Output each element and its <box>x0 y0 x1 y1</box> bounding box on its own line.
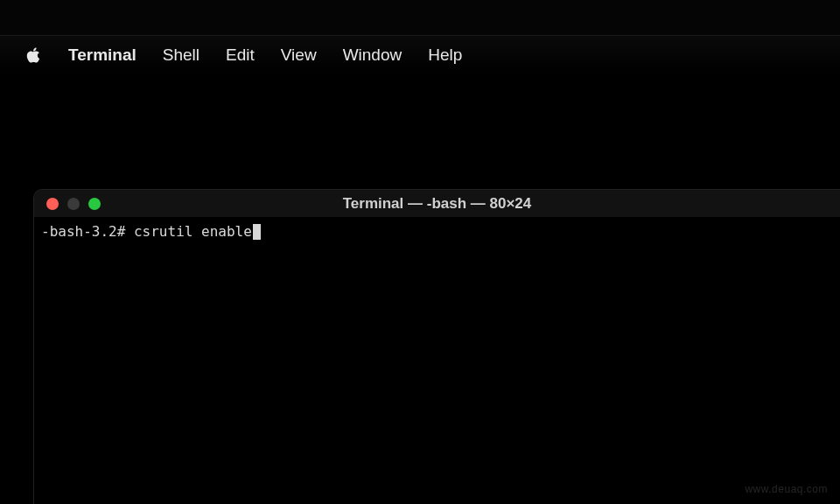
menu-view[interactable]: View <box>281 46 317 65</box>
apple-menu-icon[interactable] <box>24 46 42 65</box>
prompt-line: -bash-3.2# csrutil enable <box>41 223 833 242</box>
desktop-screen: Terminal Shell Edit View Window Help Ter… <box>0 35 840 504</box>
menu-help[interactable]: Help <box>428 46 462 65</box>
menu-shell[interactable]: Shell <box>163 46 200 65</box>
menu-edit[interactable]: Edit <box>226 46 255 65</box>
window-titlebar[interactable]: Terminal — -bash — 80×24 <box>34 190 840 218</box>
maximize-button[interactable] <box>88 198 101 210</box>
cursor-icon <box>253 224 261 240</box>
menubar: Terminal Shell Edit View Window Help <box>0 36 840 74</box>
window-title: Terminal — -bash — 80×24 <box>34 195 840 213</box>
watermark-text: www.deuaq.com <box>745 483 828 495</box>
shell-prompt: -bash-3.2# <box>41 223 134 242</box>
menu-terminal[interactable]: Terminal <box>68 46 136 65</box>
close-button[interactable] <box>46 198 59 210</box>
shell-command: csrutil enable <box>134 223 252 242</box>
terminal-body[interactable]: -bash-3.2# csrutil enable <box>34 218 840 504</box>
terminal-window: Terminal — -bash — 80×24 -bash-3.2# csru… <box>33 189 840 504</box>
traffic-lights <box>34 198 101 210</box>
menu-window[interactable]: Window <box>343 46 402 65</box>
minimize-button[interactable] <box>67 198 80 210</box>
